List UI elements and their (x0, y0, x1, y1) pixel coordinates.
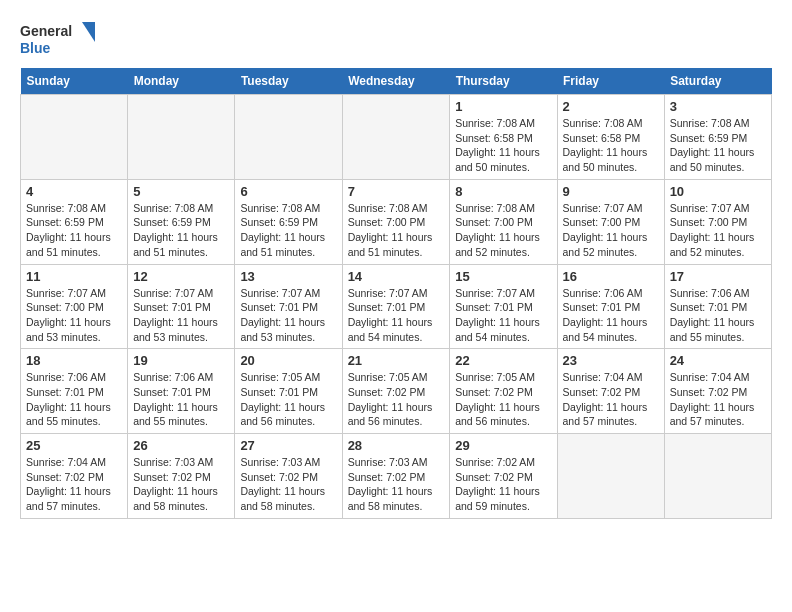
day-detail: Sunrise: 7:06 AMSunset: 7:01 PMDaylight:… (133, 370, 229, 429)
day-detail: Sunrise: 7:08 AMSunset: 6:59 PMDaylight:… (670, 116, 766, 175)
day-number: 13 (240, 269, 336, 284)
calendar-cell: 12Sunrise: 7:07 AMSunset: 7:01 PMDayligh… (128, 264, 235, 349)
weekday-header-thursday: Thursday (450, 68, 557, 95)
day-detail: Sunrise: 7:08 AMSunset: 6:58 PMDaylight:… (563, 116, 659, 175)
day-number: 18 (26, 353, 122, 368)
day-detail: Sunrise: 7:08 AMSunset: 7:00 PMDaylight:… (348, 201, 445, 260)
day-number: 29 (455, 438, 551, 453)
calendar-cell: 1Sunrise: 7:08 AMSunset: 6:58 PMDaylight… (450, 95, 557, 180)
weekday-header-wednesday: Wednesday (342, 68, 450, 95)
day-number: 8 (455, 184, 551, 199)
weekday-header-saturday: Saturday (664, 68, 771, 95)
week-row-3: 11Sunrise: 7:07 AMSunset: 7:00 PMDayligh… (21, 264, 772, 349)
calendar-cell: 7Sunrise: 7:08 AMSunset: 7:00 PMDaylight… (342, 179, 450, 264)
day-number: 20 (240, 353, 336, 368)
generalblue-logo-icon: GeneralBlue (20, 20, 100, 58)
day-detail: Sunrise: 7:08 AMSunset: 6:59 PMDaylight:… (240, 201, 336, 260)
day-number: 19 (133, 353, 229, 368)
calendar-cell: 8Sunrise: 7:08 AMSunset: 7:00 PMDaylight… (450, 179, 557, 264)
calendar-cell (21, 95, 128, 180)
day-detail: Sunrise: 7:07 AMSunset: 7:00 PMDaylight:… (670, 201, 766, 260)
calendar-body: 1Sunrise: 7:08 AMSunset: 6:58 PMDaylight… (21, 95, 772, 519)
day-number: 12 (133, 269, 229, 284)
calendar-cell: 26Sunrise: 7:03 AMSunset: 7:02 PMDayligh… (128, 434, 235, 519)
day-detail: Sunrise: 7:06 AMSunset: 7:01 PMDaylight:… (26, 370, 122, 429)
calendar-cell: 13Sunrise: 7:07 AMSunset: 7:01 PMDayligh… (235, 264, 342, 349)
day-detail: Sunrise: 7:07 AMSunset: 7:01 PMDaylight:… (240, 286, 336, 345)
day-detail: Sunrise: 7:02 AMSunset: 7:02 PMDaylight:… (455, 455, 551, 514)
logo: GeneralBlue (20, 20, 100, 58)
day-detail: Sunrise: 7:03 AMSunset: 7:02 PMDaylight:… (348, 455, 445, 514)
calendar-cell: 27Sunrise: 7:03 AMSunset: 7:02 PMDayligh… (235, 434, 342, 519)
day-detail: Sunrise: 7:05 AMSunset: 7:02 PMDaylight:… (455, 370, 551, 429)
day-number: 24 (670, 353, 766, 368)
calendar-cell: 2Sunrise: 7:08 AMSunset: 6:58 PMDaylight… (557, 95, 664, 180)
calendar-cell (557, 434, 664, 519)
day-number: 16 (563, 269, 659, 284)
calendar-cell: 4Sunrise: 7:08 AMSunset: 6:59 PMDaylight… (21, 179, 128, 264)
calendar-cell: 10Sunrise: 7:07 AMSunset: 7:00 PMDayligh… (664, 179, 771, 264)
day-detail: Sunrise: 7:07 AMSunset: 7:01 PMDaylight:… (348, 286, 445, 345)
calendar-cell: 25Sunrise: 7:04 AMSunset: 7:02 PMDayligh… (21, 434, 128, 519)
week-row-2: 4Sunrise: 7:08 AMSunset: 6:59 PMDaylight… (21, 179, 772, 264)
day-number: 10 (670, 184, 766, 199)
calendar-cell: 22Sunrise: 7:05 AMSunset: 7:02 PMDayligh… (450, 349, 557, 434)
weekday-header-sunday: Sunday (21, 68, 128, 95)
day-number: 22 (455, 353, 551, 368)
day-number: 5 (133, 184, 229, 199)
calendar-cell: 19Sunrise: 7:06 AMSunset: 7:01 PMDayligh… (128, 349, 235, 434)
day-detail: Sunrise: 7:05 AMSunset: 7:02 PMDaylight:… (348, 370, 445, 429)
day-detail: Sunrise: 7:04 AMSunset: 7:02 PMDaylight:… (670, 370, 766, 429)
calendar-cell (664, 434, 771, 519)
day-detail: Sunrise: 7:07 AMSunset: 7:00 PMDaylight:… (563, 201, 659, 260)
day-number: 23 (563, 353, 659, 368)
week-row-1: 1Sunrise: 7:08 AMSunset: 6:58 PMDaylight… (21, 95, 772, 180)
weekday-header-friday: Friday (557, 68, 664, 95)
calendar-table: SundayMondayTuesdayWednesdayThursdayFrid… (20, 68, 772, 519)
day-number: 17 (670, 269, 766, 284)
weekday-header-tuesday: Tuesday (235, 68, 342, 95)
calendar-cell: 15Sunrise: 7:07 AMSunset: 7:01 PMDayligh… (450, 264, 557, 349)
day-number: 28 (348, 438, 445, 453)
calendar-cell: 16Sunrise: 7:06 AMSunset: 7:01 PMDayligh… (557, 264, 664, 349)
day-number: 4 (26, 184, 122, 199)
week-row-5: 25Sunrise: 7:04 AMSunset: 7:02 PMDayligh… (21, 434, 772, 519)
calendar-cell: 18Sunrise: 7:06 AMSunset: 7:01 PMDayligh… (21, 349, 128, 434)
day-detail: Sunrise: 7:03 AMSunset: 7:02 PMDaylight:… (240, 455, 336, 514)
day-detail: Sunrise: 7:07 AMSunset: 7:01 PMDaylight:… (133, 286, 229, 345)
day-number: 6 (240, 184, 336, 199)
day-detail: Sunrise: 7:08 AMSunset: 7:00 PMDaylight:… (455, 201, 551, 260)
day-detail: Sunrise: 7:06 AMSunset: 7:01 PMDaylight:… (563, 286, 659, 345)
day-number: 3 (670, 99, 766, 114)
calendar-cell: 21Sunrise: 7:05 AMSunset: 7:02 PMDayligh… (342, 349, 450, 434)
day-detail: Sunrise: 7:05 AMSunset: 7:01 PMDaylight:… (240, 370, 336, 429)
day-number: 21 (348, 353, 445, 368)
calendar-cell (342, 95, 450, 180)
week-row-4: 18Sunrise: 7:06 AMSunset: 7:01 PMDayligh… (21, 349, 772, 434)
calendar-header: SundayMondayTuesdayWednesdayThursdayFrid… (21, 68, 772, 95)
calendar-cell: 6Sunrise: 7:08 AMSunset: 6:59 PMDaylight… (235, 179, 342, 264)
day-number: 27 (240, 438, 336, 453)
day-number: 9 (563, 184, 659, 199)
calendar-cell: 9Sunrise: 7:07 AMSunset: 7:00 PMDaylight… (557, 179, 664, 264)
svg-text:General: General (20, 23, 72, 39)
day-number: 11 (26, 269, 122, 284)
day-number: 2 (563, 99, 659, 114)
day-detail: Sunrise: 7:04 AMSunset: 7:02 PMDaylight:… (563, 370, 659, 429)
calendar-cell: 17Sunrise: 7:06 AMSunset: 7:01 PMDayligh… (664, 264, 771, 349)
day-detail: Sunrise: 7:08 AMSunset: 6:59 PMDaylight:… (26, 201, 122, 260)
svg-marker-2 (82, 22, 95, 42)
day-number: 14 (348, 269, 445, 284)
day-detail: Sunrise: 7:07 AMSunset: 7:00 PMDaylight:… (26, 286, 122, 345)
calendar-cell: 23Sunrise: 7:04 AMSunset: 7:02 PMDayligh… (557, 349, 664, 434)
day-number: 15 (455, 269, 551, 284)
day-number: 25 (26, 438, 122, 453)
page-header: GeneralBlue (20, 20, 772, 58)
calendar-cell (128, 95, 235, 180)
day-number: 7 (348, 184, 445, 199)
calendar-cell: 29Sunrise: 7:02 AMSunset: 7:02 PMDayligh… (450, 434, 557, 519)
calendar-cell: 14Sunrise: 7:07 AMSunset: 7:01 PMDayligh… (342, 264, 450, 349)
calendar-cell: 28Sunrise: 7:03 AMSunset: 7:02 PMDayligh… (342, 434, 450, 519)
day-number: 26 (133, 438, 229, 453)
day-detail: Sunrise: 7:07 AMSunset: 7:01 PMDaylight:… (455, 286, 551, 345)
